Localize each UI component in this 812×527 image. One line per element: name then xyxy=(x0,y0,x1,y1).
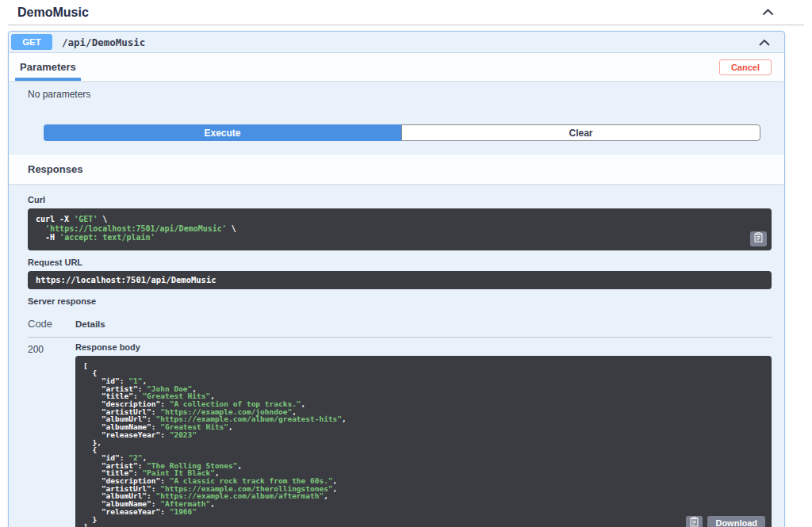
responses-section-header: Responses xyxy=(9,155,784,184)
curl-label: Curl xyxy=(28,195,772,204)
details-column-header: Details xyxy=(75,318,105,330)
response-body-text: [ { "id": "1", "artist": "John Doe", "ti… xyxy=(83,362,764,527)
parameters-body: No parameters Execute Clear xyxy=(9,81,784,141)
tag-divider xyxy=(8,25,804,25)
download-button[interactable]: Download xyxy=(707,516,765,527)
request-url-text: https://localhost:7501/api/DemoMusic xyxy=(36,276,764,285)
responses-inner: Curl curl -X 'GET' \ 'https://localhost:… xyxy=(9,184,784,527)
tab-parameters[interactable]: Parameters xyxy=(15,53,81,81)
response-body-wrap: [ { "id": "1", "artist": "John Doe", "ti… xyxy=(75,356,772,527)
opblock-summary[interactable]: GET /api/DemoMusic xyxy=(9,32,784,53)
execute-button-group: Execute Clear xyxy=(44,124,760,141)
tag-collapse-button[interactable] xyxy=(760,5,776,20)
code-column-header: Code xyxy=(28,318,75,330)
opblock-get-demomusic: GET /api/DemoMusic Parameters Cancel No … xyxy=(8,31,785,527)
responses-title: Responses xyxy=(28,163,82,175)
parameters-section-header: Parameters Cancel xyxy=(9,53,784,81)
copy-response-button[interactable] xyxy=(686,516,703,527)
execute-button[interactable]: Execute xyxy=(44,124,401,141)
copy-curl-button[interactable] xyxy=(750,231,767,246)
request-url-label: Request URL xyxy=(28,258,772,267)
clipboard-icon xyxy=(690,517,699,527)
chevron-up-icon xyxy=(759,36,770,48)
response-details-cell: Response body [ { "id": "1", "artist": "… xyxy=(75,342,772,527)
curl-command-text: curl -X 'GET' \ 'https://localhost:7501/… xyxy=(36,215,764,242)
server-response-row: 200 Response body [ { "id": "1", "artist… xyxy=(28,338,772,527)
http-method-badge[interactable]: GET xyxy=(11,34,52,50)
endpoint-path: /api/DemoMusic xyxy=(62,36,145,48)
clipboard-icon xyxy=(754,232,763,245)
server-response-label: Server response xyxy=(28,296,772,306)
server-response-table-header: Code Details xyxy=(28,313,772,338)
status-code: 200 xyxy=(28,342,75,527)
cancel-button[interactable]: Cancel xyxy=(719,59,772,75)
tag-title: DemoMusic xyxy=(17,6,89,20)
clear-button[interactable]: Clear xyxy=(401,124,760,141)
response-actions: Download xyxy=(686,516,765,527)
tag-header: DemoMusic xyxy=(0,0,812,23)
chevron-up-icon xyxy=(762,6,774,18)
response-body-block: [ { "id": "1", "artist": "John Doe", "ti… xyxy=(75,356,772,527)
no-parameters-text: No parameters xyxy=(28,89,772,100)
request-url-block: https://localhost:7501/api/DemoMusic xyxy=(28,271,772,289)
curl-command-block: curl -X 'GET' \ 'https://localhost:7501/… xyxy=(28,208,772,250)
opblock-collapse-button[interactable] xyxy=(757,35,772,50)
response-body-label: Response body xyxy=(75,342,772,352)
